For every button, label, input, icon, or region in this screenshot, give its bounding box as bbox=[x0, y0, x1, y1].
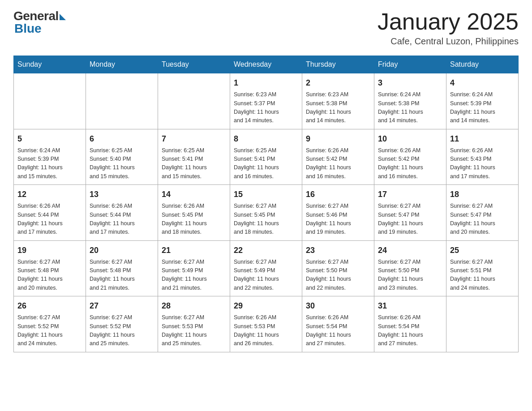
calendar-header-sunday: Sunday bbox=[14, 56, 86, 73]
calendar-cell: 10Sunrise: 6:26 AM Sunset: 5:42 PM Dayli… bbox=[374, 129, 446, 185]
calendar-cell: 15Sunrise: 6:27 AM Sunset: 5:45 PM Dayli… bbox=[230, 185, 302, 241]
day-number: 24 bbox=[378, 244, 442, 257]
calendar-cell: 21Sunrise: 6:27 AM Sunset: 5:49 PM Dayli… bbox=[158, 240, 230, 296]
calendar-cell: 23Sunrise: 6:27 AM Sunset: 5:50 PM Dayli… bbox=[302, 240, 374, 296]
calendar-cell: 5Sunrise: 6:24 AM Sunset: 5:39 PM Daylig… bbox=[14, 129, 86, 185]
day-info: Sunrise: 6:27 AM Sunset: 5:47 PM Dayligh… bbox=[378, 202, 442, 237]
day-number: 5 bbox=[17, 133, 82, 145]
day-number: 7 bbox=[162, 133, 226, 145]
day-number: 13 bbox=[90, 188, 154, 201]
day-number: 3 bbox=[378, 77, 442, 89]
day-info: Sunrise: 6:23 AM Sunset: 5:37 PM Dayligh… bbox=[234, 90, 298, 125]
calendar-header-thursday: Thursday bbox=[302, 56, 374, 73]
calendar-cell: 19Sunrise: 6:27 AM Sunset: 5:48 PM Dayli… bbox=[14, 240, 86, 296]
day-number: 6 bbox=[90, 133, 154, 145]
day-info: Sunrise: 6:26 AM Sunset: 5:54 PM Dayligh… bbox=[306, 313, 370, 348]
calendar-cell: 28Sunrise: 6:27 AM Sunset: 5:53 PM Dayli… bbox=[158, 296, 230, 352]
calendar-cell: 30Sunrise: 6:26 AM Sunset: 5:54 PM Dayli… bbox=[302, 296, 374, 352]
calendar-header-saturday: Saturday bbox=[446, 56, 519, 73]
calendar-cell: 8Sunrise: 6:25 AM Sunset: 5:41 PM Daylig… bbox=[230, 129, 302, 185]
calendar-header-friday: Friday bbox=[374, 56, 446, 73]
logo-blue-text: Blue bbox=[14, 21, 42, 36]
day-info: Sunrise: 6:26 AM Sunset: 5:42 PM Dayligh… bbox=[306, 146, 370, 181]
day-number: 2 bbox=[306, 77, 370, 89]
calendar-cell: 24Sunrise: 6:27 AM Sunset: 5:50 PM Dayli… bbox=[374, 240, 446, 296]
calendar-week-row: 19Sunrise: 6:27 AM Sunset: 5:48 PM Dayli… bbox=[14, 240, 519, 296]
logo: General Blue bbox=[13, 9, 66, 36]
day-number: 21 bbox=[162, 244, 226, 257]
calendar-cell: 29Sunrise: 6:26 AM Sunset: 5:53 PM Dayli… bbox=[230, 296, 302, 352]
calendar-cell: 13Sunrise: 6:26 AM Sunset: 5:44 PM Dayli… bbox=[86, 185, 158, 241]
day-number: 14 bbox=[162, 188, 226, 201]
calendar-cell: 20Sunrise: 6:27 AM Sunset: 5:48 PM Dayli… bbox=[86, 240, 158, 296]
calendar-cell: 6Sunrise: 6:25 AM Sunset: 5:40 PM Daylig… bbox=[86, 129, 158, 185]
day-info: Sunrise: 6:24 AM Sunset: 5:38 PM Dayligh… bbox=[378, 90, 442, 125]
day-number: 4 bbox=[450, 77, 515, 89]
calendar-cell: 1Sunrise: 6:23 AM Sunset: 5:37 PM Daylig… bbox=[230, 73, 302, 129]
day-number: 18 bbox=[450, 188, 515, 201]
day-number: 23 bbox=[306, 244, 370, 257]
day-number: 29 bbox=[234, 300, 298, 312]
day-number: 15 bbox=[234, 188, 298, 201]
calendar-week-row: 12Sunrise: 6:26 AM Sunset: 5:44 PM Dayli… bbox=[14, 185, 519, 241]
day-number: 9 bbox=[306, 133, 370, 145]
day-info: Sunrise: 6:27 AM Sunset: 5:50 PM Dayligh… bbox=[306, 258, 370, 293]
calendar-table: SundayMondayTuesdayWednesdayThursdayFrid… bbox=[13, 56, 519, 352]
logo-triangle-icon bbox=[60, 14, 66, 20]
day-info: Sunrise: 6:27 AM Sunset: 5:49 PM Dayligh… bbox=[234, 258, 298, 293]
day-info: Sunrise: 6:27 AM Sunset: 5:52 PM Dayligh… bbox=[90, 313, 154, 348]
title-section: January 2025 Cafe, Central Luzon, Philip… bbox=[378, 9, 519, 47]
calendar-week-row: 5Sunrise: 6:24 AM Sunset: 5:39 PM Daylig… bbox=[14, 129, 519, 185]
day-info: Sunrise: 6:27 AM Sunset: 5:47 PM Dayligh… bbox=[450, 202, 515, 237]
day-number: 20 bbox=[90, 244, 154, 257]
calendar-cell: 9Sunrise: 6:26 AM Sunset: 5:42 PM Daylig… bbox=[302, 129, 374, 185]
day-info: Sunrise: 6:27 AM Sunset: 5:48 PM Dayligh… bbox=[17, 258, 82, 293]
calendar-cell: 25Sunrise: 6:27 AM Sunset: 5:51 PM Dayli… bbox=[446, 240, 519, 296]
calendar-cell: 27Sunrise: 6:27 AM Sunset: 5:52 PM Dayli… bbox=[86, 296, 158, 352]
calendar-cell: 31Sunrise: 6:26 AM Sunset: 5:54 PM Dayli… bbox=[374, 296, 446, 352]
day-info: Sunrise: 6:26 AM Sunset: 5:43 PM Dayligh… bbox=[450, 146, 515, 181]
calendar-week-row: 26Sunrise: 6:27 AM Sunset: 5:52 PM Dayli… bbox=[14, 296, 519, 352]
day-number: 28 bbox=[162, 300, 226, 312]
calendar-subtitle: Cafe, Central Luzon, Philippines bbox=[378, 36, 519, 47]
day-info: Sunrise: 6:27 AM Sunset: 5:52 PM Dayligh… bbox=[17, 313, 82, 348]
day-number: 30 bbox=[306, 300, 370, 312]
day-number: 10 bbox=[378, 133, 442, 145]
calendar-cell: 22Sunrise: 6:27 AM Sunset: 5:49 PM Dayli… bbox=[230, 240, 302, 296]
calendar-cell bbox=[446, 296, 519, 352]
calendar-week-row: 1Sunrise: 6:23 AM Sunset: 5:37 PM Daylig… bbox=[14, 73, 519, 129]
calendar-header-row: SundayMondayTuesdayWednesdayThursdayFrid… bbox=[14, 56, 519, 73]
calendar-cell: 16Sunrise: 6:27 AM Sunset: 5:46 PM Dayli… bbox=[302, 185, 374, 241]
day-info: Sunrise: 6:26 AM Sunset: 5:42 PM Dayligh… bbox=[378, 146, 442, 181]
day-number: 19 bbox=[17, 244, 82, 257]
day-info: Sunrise: 6:27 AM Sunset: 5:48 PM Dayligh… bbox=[90, 258, 154, 293]
day-info: Sunrise: 6:27 AM Sunset: 5:53 PM Dayligh… bbox=[162, 313, 226, 348]
calendar-cell: 14Sunrise: 6:26 AM Sunset: 5:45 PM Dayli… bbox=[158, 185, 230, 241]
day-number: 1 bbox=[234, 77, 298, 89]
day-number: 8 bbox=[234, 133, 298, 145]
day-number: 12 bbox=[17, 188, 82, 201]
day-info: Sunrise: 6:23 AM Sunset: 5:38 PM Dayligh… bbox=[306, 90, 370, 125]
calendar-header-monday: Monday bbox=[86, 56, 158, 73]
day-info: Sunrise: 6:26 AM Sunset: 5:53 PM Dayligh… bbox=[234, 313, 298, 348]
calendar-header-wednesday: Wednesday bbox=[230, 56, 302, 73]
calendar-cell bbox=[86, 73, 158, 129]
calendar-cell: 11Sunrise: 6:26 AM Sunset: 5:43 PM Dayli… bbox=[446, 129, 519, 185]
day-number: 27 bbox=[90, 300, 154, 312]
day-info: Sunrise: 6:27 AM Sunset: 5:45 PM Dayligh… bbox=[234, 202, 298, 237]
day-number: 22 bbox=[234, 244, 298, 257]
calendar-cell: 4Sunrise: 6:24 AM Sunset: 5:39 PM Daylig… bbox=[446, 73, 519, 129]
day-number: 26 bbox=[17, 300, 82, 312]
calendar-title: January 2025 bbox=[378, 9, 519, 34]
day-info: Sunrise: 6:26 AM Sunset: 5:54 PM Dayligh… bbox=[378, 313, 442, 348]
day-info: Sunrise: 6:26 AM Sunset: 5:45 PM Dayligh… bbox=[162, 202, 226, 237]
calendar-cell: 17Sunrise: 6:27 AM Sunset: 5:47 PM Dayli… bbox=[374, 185, 446, 241]
day-number: 11 bbox=[450, 133, 515, 145]
calendar-cell bbox=[14, 73, 86, 129]
day-number: 25 bbox=[450, 244, 515, 257]
day-info: Sunrise: 6:26 AM Sunset: 5:44 PM Dayligh… bbox=[17, 202, 82, 237]
day-number: 17 bbox=[378, 188, 442, 201]
day-info: Sunrise: 6:27 AM Sunset: 5:51 PM Dayligh… bbox=[450, 258, 515, 293]
day-number: 16 bbox=[306, 188, 370, 201]
day-info: Sunrise: 6:24 AM Sunset: 5:39 PM Dayligh… bbox=[17, 146, 82, 181]
